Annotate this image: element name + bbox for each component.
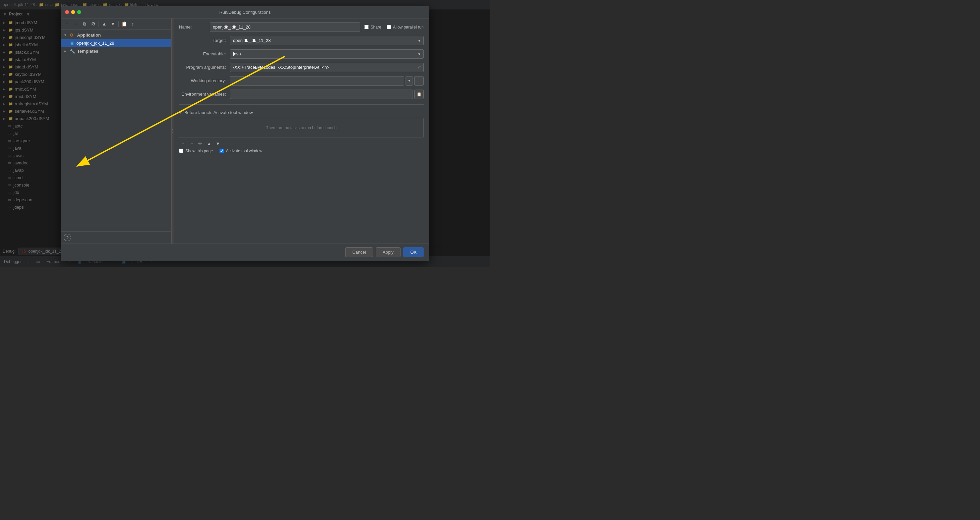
dialog-overlay: Run/Debug Configurations + − ⧉ ⚙ ▲ ▼ 📋 ↕ — [0, 0, 490, 267]
expand-arrow-icon: ▼ — [64, 33, 68, 37]
working-dir-wrapper: ▼ … — [230, 76, 424, 86]
dialog-left-panel: + − ⧉ ⚙ ▲ ▼ 📋 ↕ ▼ ⚙ A — [61, 18, 172, 244]
working-dir-dropdown[interactable]: ▼ — [406, 76, 413, 86]
header-checkboxes: Share Allow parallel run — [364, 25, 424, 30]
executable-select[interactable]: java — [230, 49, 424, 59]
executable-select-wrapper: java ▼ — [230, 49, 424, 59]
remove-task-button[interactable]: − — [188, 140, 196, 147]
collapse-icon[interactable]: ▼ — [179, 111, 182, 115]
name-label: Name: — [179, 24, 206, 30]
config-item-icon: ▣ — [70, 41, 75, 46]
program-args-label: Program arguments: — [179, 65, 226, 70]
dialog-titlebar: Run/Debug Configurations — [61, 6, 429, 18]
executable-row: Executable: java ▼ — [179, 49, 424, 59]
program-args-row: Program arguments: ⤢ — [179, 63, 424, 72]
env-edit-button[interactable]: 📋 — [414, 89, 424, 99]
config-toolbar: + − ⧉ ⚙ ▲ ▼ 📋 ↕ — [61, 18, 171, 30]
program-args-wrapper: ⤢ — [230, 63, 424, 72]
move-up-button[interactable]: ▲ — [100, 20, 108, 27]
sort-button[interactable]: ↕ — [129, 20, 137, 27]
before-launch-header: ▼ Before launch: Activate tool window — [179, 110, 424, 115]
target-label: Target: — [179, 38, 226, 43]
add-task-button[interactable]: + — [179, 140, 187, 147]
config-category-application[interactable]: ▼ ⚙ Application — [61, 31, 171, 39]
settings-config-button[interactable]: ⚙ — [89, 20, 97, 27]
activate-tool-label: Activate tool window — [226, 148, 262, 153]
separator — [99, 21, 99, 27]
help-button[interactable]: ? — [64, 234, 71, 241]
config-category-templates[interactable]: ▶ 🔧 Templates — [61, 47, 171, 55]
templates-label: Templates — [77, 49, 98, 54]
window-controls — [65, 10, 81, 14]
tmpl-category-icon: 🔧 — [70, 49, 75, 54]
apply-button[interactable]: Apply — [376, 247, 401, 257]
show-page-group: Show this page — [179, 148, 213, 153]
env-vars-row: Environment variables: 📋 — [179, 89, 424, 99]
env-vars-wrapper: 📋 — [230, 89, 424, 99]
working-dir-row: Working directory: ▼ … — [179, 76, 424, 86]
config-tree: ▼ ⚙ Application ▣ openjdk_jdk_11_28 ▶ 🔧 — [61, 30, 171, 231]
expand-arrow-icon: ▶ — [64, 49, 68, 53]
move-task-down-button[interactable]: ▼ — [214, 140, 222, 147]
folder-button[interactable]: 📋 — [120, 20, 128, 27]
before-launch-list: There are no tasks to run before launch — [179, 118, 424, 138]
cancel-button[interactable]: Cancel — [345, 247, 373, 257]
remove-config-button[interactable]: − — [72, 20, 80, 27]
before-launch-toolbar: + − ✏ ▲ ▼ — [179, 140, 424, 147]
activate-tool-checkbox[interactable] — [220, 148, 224, 153]
copy-config-button[interactable]: ⧉ — [80, 20, 89, 27]
before-launch-section: ▼ Before launch: Activate tool window Th… — [179, 110, 424, 239]
parallel-label: Allow parallel run — [393, 25, 424, 30]
maximize-button[interactable] — [77, 10, 81, 14]
share-checkbox[interactable] — [364, 25, 369, 29]
close-button[interactable] — [65, 10, 69, 14]
name-row: Name: — [179, 22, 360, 32]
target-row: Target: openjdk_jdk_11_28 ▼ — [179, 36, 424, 45]
before-launch-title: Before launch: Activate tool window — [185, 110, 253, 115]
program-args-input[interactable] — [230, 63, 424, 72]
show-page-checkbox[interactable] — [179, 148, 183, 153]
parallel-checkbox-group: Allow parallel run — [387, 25, 424, 30]
ok-button[interactable]: OK — [403, 247, 424, 257]
name-input[interactable] — [210, 22, 360, 32]
show-page-label: Show this page — [185, 148, 213, 153]
move-task-up-button[interactable]: ▲ — [205, 140, 213, 147]
share-label: Share — [371, 25, 382, 30]
env-vars-input[interactable] — [230, 89, 413, 99]
separator — [118, 21, 119, 27]
move-down-button[interactable]: ▼ — [109, 20, 117, 27]
app-category-icon: ⚙ — [70, 32, 75, 38]
expand-args-button[interactable]: ⤢ — [415, 64, 423, 71]
env-vars-label: Environment variables: — [179, 92, 226, 97]
working-dir-input[interactable] — [230, 76, 404, 86]
share-checkbox-group: Share — [364, 25, 382, 30]
bottom-checkboxes: Show this page Activate tool window — [179, 148, 424, 153]
dialog-body: + − ⧉ ⚙ ▲ ▼ 📋 ↕ ▼ ⚙ A — [61, 18, 429, 244]
activate-tool-group: Activate tool window — [220, 148, 262, 153]
divider — [179, 104, 424, 105]
edit-task-button[interactable]: ✏ — [196, 140, 204, 147]
add-config-button[interactable]: + — [63, 20, 71, 27]
form-header: Name: Share Allow parallel run — [179, 22, 424, 32]
config-item-label: openjdk_jdk_11_28 — [76, 41, 114, 46]
config-item-openjdk[interactable]: ▣ openjdk_jdk_11_28 — [61, 39, 171, 47]
parallel-checkbox[interactable] — [387, 25, 391, 29]
executable-label: Executable: — [179, 51, 226, 56]
dialog-help: ? — [61, 231, 171, 244]
dialog-title: Run/Debug Configurations — [219, 10, 270, 15]
minimize-button[interactable] — [71, 10, 75, 14]
dialog-footer: Cancel Apply OK — [61, 244, 429, 261]
dialog-right-panel: Name: Share Allow parallel run — [173, 18, 429, 244]
no-tasks-text: There are no tasks to run before launch — [266, 126, 337, 130]
target-select[interactable]: openjdk_jdk_11_28 — [230, 36, 424, 45]
application-label: Application — [77, 32, 101, 38]
target-select-wrapper: openjdk_jdk_11_28 ▼ — [230, 36, 424, 45]
working-dir-label: Working directory: — [179, 78, 226, 83]
browse-button[interactable]: … — [414, 76, 424, 86]
arrow-spacer — [64, 41, 68, 45]
run-debug-dialog: Run/Debug Configurations + − ⧉ ⚙ ▲ ▼ 📋 ↕ — [60, 6, 430, 261]
